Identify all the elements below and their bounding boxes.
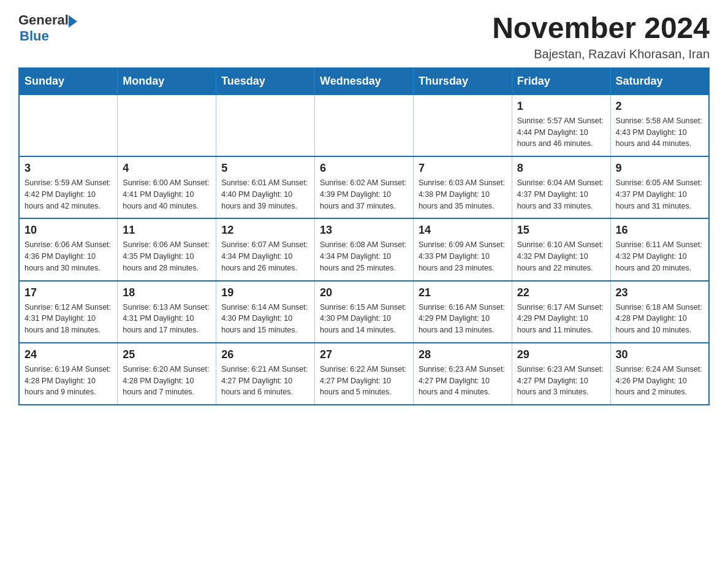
calendar-cell (216, 94, 315, 156)
calendar-cell: 10Sunrise: 6:06 AM Sunset: 4:36 PM Dayli… (19, 218, 118, 280)
day-number: 2 (616, 100, 703, 113)
calendar-cell: 25Sunrise: 6:20 AM Sunset: 4:28 PM Dayli… (118, 343, 216, 405)
day-info: Sunrise: 5:58 AM Sunset: 4:43 PM Dayligh… (616, 115, 703, 150)
day-number: 22 (517, 286, 605, 299)
day-number: 27 (320, 348, 408, 361)
calendar-cell: 29Sunrise: 6:23 AM Sunset: 4:27 PM Dayli… (512, 343, 610, 405)
logo: General Blue (18, 12, 77, 44)
day-number: 16 (616, 224, 703, 237)
calendar-cell: 20Sunrise: 6:15 AM Sunset: 4:30 PM Dayli… (315, 281, 414, 343)
day-info: Sunrise: 6:13 AM Sunset: 4:31 PM Dayligh… (123, 302, 211, 336)
calendar-cell: 15Sunrise: 6:10 AM Sunset: 4:32 PM Dayli… (512, 218, 610, 280)
calendar-cell: 30Sunrise: 6:24 AM Sunset: 4:26 PM Dayli… (610, 343, 709, 405)
day-info: Sunrise: 6:00 AM Sunset: 4:41 PM Dayligh… (123, 177, 211, 212)
calendar-cell: 8Sunrise: 6:04 AM Sunset: 4:37 PM Daylig… (512, 156, 610, 218)
calendar-table: SundayMondayTuesdayWednesdayThursdayFrid… (18, 67, 710, 405)
column-header-thursday: Thursday (413, 68, 512, 94)
day-info: Sunrise: 6:14 AM Sunset: 4:30 PM Dayligh… (221, 302, 309, 336)
day-info: Sunrise: 6:18 AM Sunset: 4:28 PM Dayligh… (616, 302, 703, 336)
day-info: Sunrise: 6:10 AM Sunset: 4:32 PM Dayligh… (517, 239, 605, 274)
day-info: Sunrise: 6:16 AM Sunset: 4:29 PM Dayligh… (419, 302, 507, 336)
day-number: 7 (419, 162, 507, 175)
logo-arrow-icon (69, 15, 77, 28)
day-info: Sunrise: 6:04 AM Sunset: 4:37 PM Dayligh… (517, 177, 605, 212)
day-info: Sunrise: 5:57 AM Sunset: 4:44 PM Dayligh… (517, 115, 605, 150)
calendar-cell: 16Sunrise: 6:11 AM Sunset: 4:32 PM Dayli… (610, 218, 709, 280)
calendar-cell: 6Sunrise: 6:02 AM Sunset: 4:39 PM Daylig… (315, 156, 414, 218)
day-info: Sunrise: 6:20 AM Sunset: 4:28 PM Dayligh… (123, 364, 211, 398)
calendar-cell: 19Sunrise: 6:14 AM Sunset: 4:30 PM Dayli… (216, 281, 315, 343)
calendar-cell (315, 94, 414, 156)
calendar-cell: 22Sunrise: 6:17 AM Sunset: 4:29 PM Dayli… (512, 281, 610, 343)
day-info: Sunrise: 6:06 AM Sunset: 4:35 PM Dayligh… (123, 239, 211, 274)
day-number: 1 (517, 100, 605, 113)
day-info: Sunrise: 6:21 AM Sunset: 4:27 PM Dayligh… (221, 364, 309, 398)
calendar-week-row: 24Sunrise: 6:19 AM Sunset: 4:28 PM Dayli… (19, 343, 709, 405)
day-number: 17 (25, 286, 112, 299)
day-number: 12 (221, 224, 309, 237)
day-number: 21 (419, 286, 507, 299)
calendar-cell: 1Sunrise: 5:57 AM Sunset: 4:44 PM Daylig… (512, 94, 610, 156)
day-number: 4 (123, 162, 211, 175)
calendar-cell: 26Sunrise: 6:21 AM Sunset: 4:27 PM Dayli… (216, 343, 315, 405)
day-info: Sunrise: 6:08 AM Sunset: 4:34 PM Dayligh… (320, 239, 408, 274)
day-number: 9 (616, 162, 703, 175)
day-number: 29 (517, 348, 605, 361)
calendar-cell: 12Sunrise: 6:07 AM Sunset: 4:34 PM Dayli… (216, 218, 315, 280)
day-info: Sunrise: 6:07 AM Sunset: 4:34 PM Dayligh… (221, 239, 309, 274)
calendar-cell: 2Sunrise: 5:58 AM Sunset: 4:43 PM Daylig… (610, 94, 709, 156)
day-number: 15 (517, 224, 605, 237)
day-number: 19 (221, 286, 309, 299)
calendar-cell: 18Sunrise: 6:13 AM Sunset: 4:31 PM Dayli… (118, 281, 216, 343)
column-header-tuesday: Tuesday (216, 68, 315, 94)
calendar-cell: 7Sunrise: 6:03 AM Sunset: 4:38 PM Daylig… (413, 156, 512, 218)
day-number: 10 (25, 224, 112, 237)
day-number: 8 (517, 162, 605, 175)
day-info: Sunrise: 6:24 AM Sunset: 4:26 PM Dayligh… (616, 364, 703, 398)
day-info: Sunrise: 6:03 AM Sunset: 4:38 PM Dayligh… (419, 177, 507, 212)
column-header-monday: Monday (118, 68, 216, 94)
title-section: November 2024 Bajestan, Razavi Khorasan,… (492, 12, 710, 61)
logo-general-text: General (18, 12, 69, 28)
day-number: 26 (221, 348, 309, 361)
calendar-cell (413, 94, 512, 156)
column-header-wednesday: Wednesday (315, 68, 414, 94)
calendar-cell: 21Sunrise: 6:16 AM Sunset: 4:29 PM Dayli… (413, 281, 512, 343)
day-info: Sunrise: 6:22 AM Sunset: 4:27 PM Dayligh… (320, 364, 408, 398)
day-number: 18 (123, 286, 211, 299)
day-number: 11 (123, 224, 211, 237)
calendar-header-row: SundayMondayTuesdayWednesdayThursdayFrid… (19, 68, 709, 94)
logo-blue-text: Blue (20, 28, 49, 44)
day-number: 3 (25, 162, 112, 175)
day-number: 14 (419, 224, 507, 237)
calendar-cell: 14Sunrise: 6:09 AM Sunset: 4:33 PM Dayli… (413, 218, 512, 280)
day-info: Sunrise: 6:12 AM Sunset: 4:31 PM Dayligh… (25, 302, 112, 336)
day-info: Sunrise: 6:05 AM Sunset: 4:37 PM Dayligh… (616, 177, 703, 212)
calendar-week-row: 10Sunrise: 6:06 AM Sunset: 4:36 PM Dayli… (19, 218, 709, 280)
calendar-week-row: 1Sunrise: 5:57 AM Sunset: 4:44 PM Daylig… (19, 94, 709, 156)
calendar-cell (19, 94, 118, 156)
day-number: 30 (616, 348, 703, 361)
day-info: Sunrise: 6:02 AM Sunset: 4:39 PM Dayligh… (320, 177, 408, 212)
day-number: 23 (616, 286, 703, 299)
day-number: 20 (320, 286, 408, 299)
calendar-cell: 3Sunrise: 5:59 AM Sunset: 4:42 PM Daylig… (19, 156, 118, 218)
calendar-cell: 17Sunrise: 6:12 AM Sunset: 4:31 PM Dayli… (19, 281, 118, 343)
day-info: Sunrise: 6:17 AM Sunset: 4:29 PM Dayligh… (517, 302, 605, 336)
calendar-cell (118, 94, 216, 156)
calendar-cell: 24Sunrise: 6:19 AM Sunset: 4:28 PM Dayli… (19, 343, 118, 405)
location-subtitle: Bajestan, Razavi Khorasan, Iran (492, 47, 710, 61)
day-info: Sunrise: 6:15 AM Sunset: 4:30 PM Dayligh… (320, 302, 408, 336)
column-header-saturday: Saturday (610, 68, 709, 94)
calendar-cell: 28Sunrise: 6:23 AM Sunset: 4:27 PM Dayli… (413, 343, 512, 405)
day-info: Sunrise: 6:01 AM Sunset: 4:40 PM Dayligh… (221, 177, 309, 212)
calendar-cell: 23Sunrise: 6:18 AM Sunset: 4:28 PM Dayli… (610, 281, 709, 343)
day-info: Sunrise: 6:09 AM Sunset: 4:33 PM Dayligh… (419, 239, 507, 274)
day-number: 24 (25, 348, 112, 361)
day-number: 5 (221, 162, 309, 175)
column-header-friday: Friday (512, 68, 610, 94)
day-number: 25 (123, 348, 211, 361)
day-number: 6 (320, 162, 408, 175)
page-header: General Blue November 2024 Bajestan, Raz… (18, 12, 710, 61)
calendar-cell: 11Sunrise: 6:06 AM Sunset: 4:35 PM Dayli… (118, 218, 216, 280)
